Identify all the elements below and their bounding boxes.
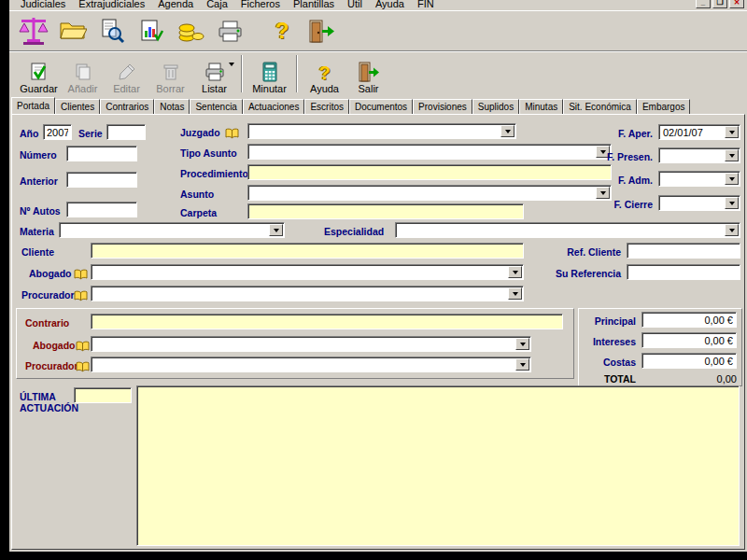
report-icon[interactable] <box>133 12 170 49</box>
ultima-actuacion-textarea[interactable] <box>136 385 740 546</box>
anterior-input[interactable] <box>66 172 137 188</box>
tab-actuaciones[interactable]: Actuaciones <box>243 99 304 114</box>
editar-button[interactable]: Editar <box>105 53 148 94</box>
dropdown-arrow-icon[interactable] <box>725 173 739 185</box>
portada-panel: Año Serie Juzgado F. Aper. 02/01/07 Núme… <box>11 114 745 550</box>
procurador-cliente-combobox[interactable] <box>91 286 524 301</box>
tab-clientes[interactable]: Clientes <box>55 99 100 114</box>
tab-portada[interactable]: Portada <box>11 97 55 114</box>
costas-input[interactable] <box>641 353 737 369</box>
juzgado-lookup-book-icon[interactable] <box>225 126 239 137</box>
carpeta-field[interactable] <box>247 203 524 219</box>
exit-door-icon[interactable] <box>303 12 340 49</box>
dropdown-arrow-icon[interactable] <box>725 197 739 209</box>
scales-icon[interactable] <box>15 12 52 49</box>
app-window: Judiciales Extrajudiciales Agenda Caja F… <box>9 0 747 552</box>
salir-button[interactable]: Salir <box>346 53 390 94</box>
asunto-combobox[interactable] <box>247 185 612 201</box>
abogado-contrario-combobox[interactable] <box>91 336 531 352</box>
search-document-icon[interactable] <box>93 12 131 49</box>
f-cierre-label: F. Cierre <box>597 199 653 210</box>
tab-provisiones[interactable]: Provisiones <box>413 99 472 114</box>
intereses-input[interactable] <box>641 332 737 348</box>
menu-fin[interactable]: FIN <box>417 0 434 8</box>
procedimiento-field[interactable] <box>247 164 612 180</box>
total-value: 0,00 <box>619 373 737 385</box>
procurador-contrario-lookup-book-icon[interactable] <box>76 359 90 371</box>
juzgado-label: Juzgado <box>180 127 220 138</box>
dropdown-arrow-icon[interactable] <box>725 224 739 236</box>
numero-input[interactable] <box>66 146 137 161</box>
f-adm-combobox[interactable] <box>658 171 740 187</box>
dropdown-arrow-icon[interactable] <box>725 149 739 161</box>
ano-input[interactable] <box>43 124 72 140</box>
tab-embargos[interactable]: Embargos <box>637 99 691 114</box>
abogado-contrario-lookup-book-icon[interactable] <box>76 339 90 350</box>
menu-agenda[interactable]: Agenda <box>158 0 193 8</box>
contrario-field[interactable] <box>91 314 563 329</box>
su-referencia-input[interactable] <box>627 264 740 280</box>
printer-icon[interactable] <box>211 12 248 49</box>
abogado-lookup-book-icon[interactable] <box>74 267 88 278</box>
anadir-button[interactable]: Añadir <box>61 53 105 94</box>
ref-cliente-input[interactable] <box>627 243 740 259</box>
ultima-actuacion-fecha-field[interactable] <box>74 387 132 403</box>
serie-input[interactable] <box>106 124 146 140</box>
procurador-contrario-combobox[interactable] <box>91 357 531 372</box>
minimize-button[interactable]: _ <box>696 0 711 8</box>
materia-combobox[interactable] <box>59 222 285 238</box>
tab-contrarios[interactable]: Contrarios <box>100 99 154 114</box>
minutar-button[interactable]: Minutar <box>247 53 291 94</box>
num-autos-input[interactable] <box>66 202 137 217</box>
ayuda-button[interactable]: ? Ayuda <box>303 53 346 94</box>
tab-sentencia[interactable]: Sentencia <box>190 99 242 114</box>
tab-escritos[interactable]: Escritos <box>304 99 349 114</box>
listar-button[interactable]: Listar <box>192 53 236 94</box>
menu-judiciales[interactable]: Judiciales <box>21 0 65 8</box>
f-cierre-combobox[interactable] <box>658 195 740 211</box>
dropdown-arrow-icon[interactable] <box>508 266 522 278</box>
maximize-button[interactable]: ❐ <box>712 0 727 8</box>
costas-label: Costas <box>580 357 636 368</box>
dropdown-arrow-icon[interactable] <box>508 287 522 300</box>
tab-suplidos[interactable]: Suplidos <box>472 99 519 114</box>
tab-notas[interactable]: Notas <box>154 99 190 114</box>
tipo-asunto-combobox[interactable] <box>247 144 612 160</box>
menu-caja[interactable]: Caja <box>206 0 228 8</box>
coins-icon[interactable] <box>172 12 209 49</box>
tab-documentos[interactable]: Documentos <box>349 99 413 114</box>
tab-sit-economica[interactable]: Sit. Económica <box>563 99 637 114</box>
menu-ayuda[interactable]: Ayuda <box>375 0 404 8</box>
f-aper-combobox[interactable]: 02/01/07 <box>658 124 740 140</box>
button-label: Borrar <box>156 83 185 94</box>
dropdown-arrow-icon[interactable] <box>269 224 283 236</box>
abogado-cliente-combobox[interactable] <box>91 264 524 280</box>
cliente-field[interactable] <box>91 243 524 259</box>
menu-plantillas[interactable]: Plantillas <box>293 0 334 8</box>
borrar-button[interactable]: Borrar <box>148 53 192 94</box>
open-folder-icon[interactable] <box>54 12 92 49</box>
menu-util[interactable]: Util <box>347 0 362 8</box>
guardar-button[interactable]: Guardar <box>17 53 61 94</box>
f-presen-label: F. Presen. <box>597 151 653 162</box>
f-presen-combobox[interactable] <box>658 147 740 163</box>
dropdown-arrow-icon[interactable] <box>515 358 529 371</box>
printer-icon <box>204 62 225 82</box>
principal-input[interactable] <box>641 312 737 328</box>
juzgado-combobox[interactable] <box>247 123 516 139</box>
menu-ficheros[interactable]: Ficheros <box>241 0 280 8</box>
close-button[interactable]: ✕ <box>729 0 744 8</box>
principal-label: Principal <box>580 315 636 327</box>
help-icon[interactable]: ? <box>263 12 301 49</box>
su-referencia-label: Su Referencia <box>544 268 621 279</box>
dropdown-arrow-icon[interactable] <box>596 187 610 199</box>
procurador-lookup-book-icon[interactable] <box>74 288 88 300</box>
listar-dropdown-arrow-icon[interactable] <box>229 63 234 66</box>
dropdown-arrow-icon[interactable] <box>725 126 739 138</box>
dropdown-arrow-icon[interactable] <box>515 338 529 350</box>
dropdown-arrow-icon[interactable] <box>500 125 514 137</box>
procurador-contrario-label: Procurador <box>25 360 78 371</box>
tab-minutas[interactable]: Minutas <box>519 99 563 114</box>
menu-extrajudiciales[interactable]: Extrajudiciales <box>78 0 145 8</box>
especialidad-combobox[interactable] <box>395 222 740 238</box>
